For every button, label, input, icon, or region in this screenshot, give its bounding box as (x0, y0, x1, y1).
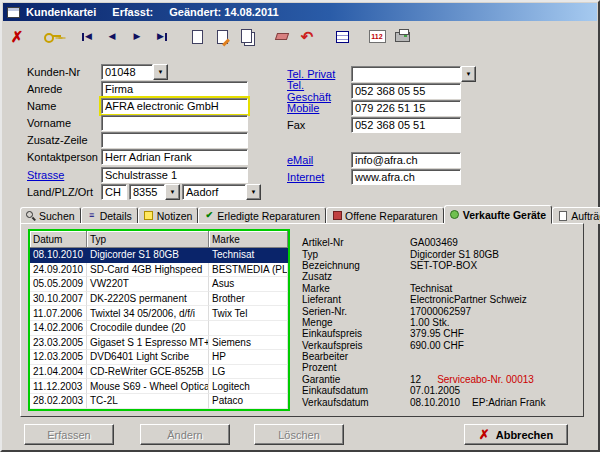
table-row[interactable]: 21.04.2004CD-ReWriter GCE-8525BLG (30, 365, 288, 380)
mobile-field[interactable]: 079 226 51 15 (351, 100, 461, 116)
table-row[interactable]: 24.09.2010SD-Card 4GB HighspeedBESTMEDIA… (30, 263, 288, 278)
strasse-field[interactable]: Schulstrasse 1 (101, 167, 248, 183)
mobile-label[interactable]: Mobile (287, 102, 351, 114)
tel-geschaeft-field[interactable]: 052 368 05 55 (351, 83, 461, 99)
name-row: Name AFRA electronic GmbH (27, 98, 248, 114)
next-record-button[interactable]: ▶ (125, 25, 149, 49)
tab-offene-reparaturen[interactable]: Offene Reparaturen (326, 207, 444, 224)
name-label: Name (27, 100, 101, 112)
detail-row-garantie: Garantie12Serviceabo-Nr. 00013 (302, 374, 577, 385)
kontakt-row: Kontaktperson Herr Adrian Frank (27, 149, 248, 165)
table-row[interactable]: 12.03.2005DVD6401 Light ScribeHP (30, 350, 288, 365)
col-marke-header[interactable]: Marke (209, 231, 288, 248)
article-details: Artikel-NrGA003469 TypDigicorder S1 80GB… (302, 237, 577, 408)
table-row[interactable]: 28.02.2003TC-2LPataco (30, 394, 288, 409)
form-grid-icon (336, 31, 349, 43)
col-datum-header[interactable]: Datum (30, 231, 87, 248)
kontakt-field[interactable]: Herr Adrian Frank (101, 149, 248, 165)
ep-seller-note: EP:Adrian Frank (472, 397, 545, 408)
tabstrip: Suchen ≡Details Notizen ✔Erledigte Repar… (20, 205, 580, 224)
land-plz-ort-label: Land/PLZ/Ort (27, 186, 101, 198)
last-record-button[interactable]: ▶ (150, 25, 174, 49)
tel-privat-dropdown[interactable]: ▼ (461, 66, 476, 82)
kundennr-dropdown[interactable]: ▼ (153, 64, 168, 80)
loeschen-button[interactable]: Löschen (254, 424, 344, 445)
tab-details[interactable]: ≡Details (81, 207, 138, 224)
vorname-field[interactable] (101, 115, 248, 131)
detail-value: Technisat (410, 283, 452, 294)
edit-record-button[interactable] (210, 25, 234, 49)
clear-button[interactable] (270, 25, 294, 49)
note-icon (144, 211, 154, 221)
plz-dropdown[interactable]: ▼ (165, 184, 180, 200)
email-row: eMail info@afra.ch (287, 152, 461, 168)
erfassen-button[interactable]: Erfassen (24, 424, 114, 445)
tab-notizen[interactable]: Notizen (138, 207, 199, 224)
zusatz-field[interactable] (101, 132, 248, 148)
copy-record-button[interactable] (235, 25, 259, 49)
new-record-button[interactable] (185, 25, 209, 49)
anrede-label: Anrede (27, 83, 101, 95)
detail-row: Serien-Nr.17000062597 (302, 305, 577, 316)
next-record-icon: ▶ (134, 32, 141, 41)
titlebar[interactable]: Kundenkartei Erfasst: Geändert: 14.08.20… (3, 3, 597, 21)
email-field[interactable]: info@afra.ch (351, 152, 461, 168)
tab-suchen[interactable]: Suchen (20, 207, 81, 224)
table-row[interactable]: 14.02.2006Crocodile dundee (20 (30, 321, 288, 336)
aendern-button[interactable]: Ändern (140, 424, 230, 445)
internet-label[interactable]: Internet (287, 171, 351, 183)
key-button[interactable] (40, 25, 64, 49)
table-row[interactable]: 05.05.2009VW220TAsus (30, 277, 288, 292)
kundennr-field[interactable]: 01048 (101, 64, 153, 80)
internet-field[interactable]: www.afra.ch (351, 169, 461, 185)
table-row[interactable]: 11.12.2003Mouse S69 - Wheel OpticalLogit… (30, 379, 288, 394)
toolbar-separator (320, 25, 329, 49)
geaendert-label: Geändert: 14.08.2011 (169, 6, 278, 18)
ort-dropdown[interactable]: ▼ (246, 184, 261, 200)
abbrechen-button[interactable]: ✗Abbrechen (464, 424, 568, 445)
land-plz-ort-row: Land/PLZ/Ort CH 8355 ▼ Aadorf ▼ (27, 184, 261, 200)
previous-record-icon: ◀ (109, 32, 116, 41)
tab-verkaufte-geraete[interactable]: Verkaufte Geräte (444, 205, 552, 224)
land-field[interactable]: CH (101, 184, 127, 200)
printer-icon (395, 32, 410, 42)
print-button[interactable] (390, 25, 414, 49)
vorname-label: Vorname (27, 117, 101, 129)
tab-auftraege-zeigen[interactable]: Aufträge zeigen (552, 207, 600, 224)
previous-record-button[interactable]: ◀ (100, 25, 124, 49)
tab-erledigte-reparaturen[interactable]: ✔Erledigte Reparaturen (198, 207, 326, 224)
copy-document-icon (241, 29, 252, 43)
plz-field[interactable]: 8355 (129, 184, 165, 200)
undo-button[interactable]: ↶ (295, 25, 319, 49)
detail-row: Zusatz (302, 271, 577, 282)
fax-field[interactable]: 052 368 05 51 (351, 117, 461, 133)
tel-geschaeft-row: Tel. Geschäft 052 368 05 55 (287, 83, 461, 99)
sold-devices-icon (450, 210, 460, 220)
table-row[interactable]: 30.10.2007DK-2220S permanentBrother (30, 292, 288, 307)
erfasst-label: Erfasst: (112, 6, 153, 18)
form-view-button[interactable] (330, 25, 354, 49)
delete-record-button[interactable]: ✗ (5, 25, 29, 49)
search-icon (26, 211, 36, 221)
toolbar-separator (175, 25, 184, 49)
table-row[interactable]: 08.10.2010Digicorder S1 80GBTechnisat (30, 248, 288, 263)
kundennr-label: Kunden-Nr (27, 66, 101, 78)
tel-privat-field[interactable] (351, 66, 461, 82)
orders-icon (558, 211, 568, 221)
detail-row: Artikel-NrGA003469 (302, 237, 577, 248)
anrede-field[interactable]: Firma (101, 81, 248, 97)
sales-table-header: Datum Typ Marke (30, 231, 288, 248)
strasse-label[interactable]: Strasse (27, 169, 101, 181)
serviceabo-note: Serviceabo-Nr. 00013 (437, 374, 534, 385)
dial-112-button[interactable]: 112 (365, 25, 389, 49)
table-row[interactable]: 11.07.2006Twixtel 34 05/2006, d/f/iTwix … (30, 306, 288, 321)
table-row[interactable]: 23.03.2005Gigaset S 1 Espresso MT+LSieme… (30, 336, 288, 351)
first-record-button[interactable]: ◀ (75, 25, 99, 49)
col-typ-header[interactable]: Typ (87, 231, 209, 248)
email-label[interactable]: eMail (287, 154, 351, 166)
name-field[interactable]: AFRA electronic GmbH (101, 98, 248, 114)
zusatz-row: Zusatz-Zeile (27, 132, 248, 148)
ort-field[interactable]: Aadorf (182, 184, 246, 200)
sales-table[interactable]: Datum Typ Marke 08.10.2010Digicorder S1 … (28, 229, 290, 411)
edit-document-icon (217, 30, 228, 44)
